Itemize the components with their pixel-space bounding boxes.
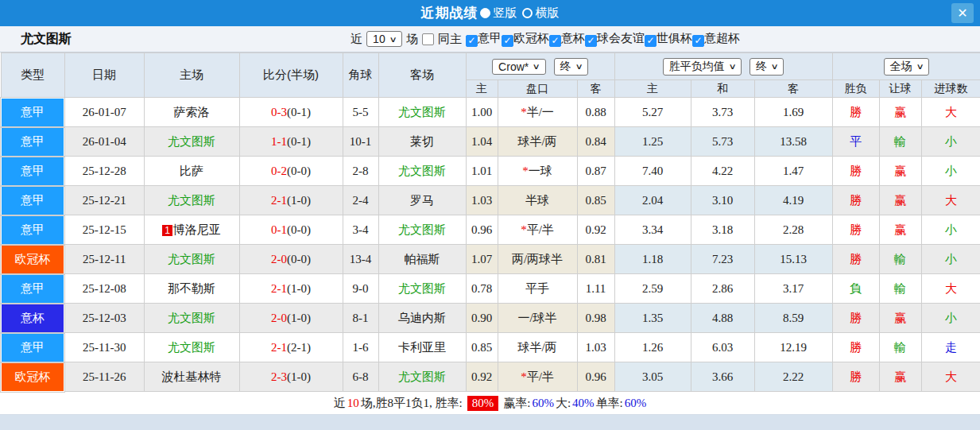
overunder-result: 小 (921, 157, 980, 186)
filter-bar: 尤文图斯 近 10 ∨ 场 同主 ✓意甲✓欧冠杯✓意杯✓球会友谊✓世俱杯✓意超杯 (0, 26, 980, 52)
league-checkbox-0[interactable]: ✓ (466, 35, 478, 47)
close-icon[interactable]: ✕ (951, 3, 974, 23)
away-odds: 0.96 (577, 362, 614, 392)
layout-radio-group: 竖版 横版 (480, 6, 560, 21)
corner-count: 3-4 (343, 215, 378, 245)
rank-badge: 1 (162, 225, 172, 236)
league-checkbox-5[interactable]: ✓ (692, 35, 704, 47)
avg-home-odds: 3.05 (614, 362, 691, 392)
summary-text-6: 大: (556, 396, 571, 411)
league-type-badge: 意甲 (1, 157, 64, 186)
home-team: 尤文图斯 (144, 186, 239, 215)
odds-company-select[interactable]: Crow* ∨ (492, 59, 545, 75)
summary-text-4: 赢率: (503, 396, 530, 411)
avg-odds-select[interactable]: 胜平负均值 ∨ (663, 58, 742, 76)
away-team: 帕福斯 (378, 245, 466, 274)
summary-text-9: 60% (625, 397, 647, 410)
handicap-result: 赢 (879, 362, 921, 392)
radio-horizontal-layout[interactable]: 横版 (522, 6, 560, 21)
home-team: 1博洛尼亚 (144, 215, 239, 245)
corner-count: 2-4 (343, 186, 378, 215)
subheader-1: 盘口 (498, 80, 577, 98)
handicap-line: 平手 (498, 274, 577, 304)
odds-company-value: Crow* (498, 60, 529, 73)
home-odds: 0.92 (466, 362, 498, 392)
match-count-value: 10 (373, 33, 385, 45)
home-team: 尤文图斯 (144, 245, 239, 274)
league-label-0: 意甲 (478, 31, 502, 45)
match-date: 25-12-08 (64, 274, 144, 304)
handicap-line: 两/两球半 (498, 245, 577, 274)
avg-draw-odds: 6.03 (691, 333, 754, 362)
league-filters: ✓意甲✓欧冠杯✓意杯✓球会友谊✓世俱杯✓意超杯 (466, 31, 740, 47)
avg-draw-odds: 4.88 (691, 304, 754, 333)
away-odds: 0.88 (577, 98, 614, 127)
handicap-line: *一球 (498, 157, 577, 186)
win-rate-badge: 80% (467, 396, 499, 411)
odds-time-value: 终 (560, 60, 571, 74)
games-label: 场 (406, 32, 418, 47)
avg-time-select[interactable]: 终 ∨ (750, 58, 784, 76)
handicap-result: 輸 (879, 274, 921, 304)
league-checkbox-2[interactable]: ✓ (549, 35, 561, 47)
table-row: 意甲25-12-151博洛尼亚0-1(0-0)3-4尤文图斯0.96*平/半0.… (1, 215, 980, 245)
winloss-result: 勝 (832, 98, 879, 127)
league-checkbox-1[interactable]: ✓ (502, 35, 513, 47)
chevron-down-icon: ∨ (575, 62, 583, 71)
league-label-4: 世俱杯 (657, 31, 692, 45)
col-header-corner: 角球 (343, 53, 378, 98)
league-type-badge: 意甲 (1, 215, 64, 245)
avg-home-odds: 7.40 (614, 157, 691, 186)
corner-count: 5-5 (343, 98, 378, 127)
avg-home-odds: 1.35 (614, 304, 691, 333)
league-checkbox-4[interactable]: ✓ (645, 35, 657, 47)
radio-vertical-layout[interactable]: 竖版 (480, 6, 517, 21)
col-header-away: 客场 (378, 53, 466, 98)
score-halftime: 2-3(1-0) (239, 362, 343, 392)
match-count-select[interactable]: 10 ∨ (366, 31, 402, 47)
avg-away-odds: 13.58 (754, 127, 832, 157)
handicap-result: 赢 (879, 186, 921, 215)
league-type-badge: 意杯 (1, 304, 64, 333)
score-halftime: 0-2(0-0) (239, 157, 343, 186)
avg-home-odds: 2.04 (614, 186, 691, 215)
table-row: 意甲26-01-04尤文图斯1-1(0-1)10-1莱切1.04球半/两0.84… (1, 127, 980, 157)
summary-text-5: 60% (532, 397, 554, 410)
home-team: 萨索洛 (144, 98, 239, 127)
subheader-7: 让球 (879, 80, 921, 98)
match-date: 25-12-03 (64, 304, 144, 333)
handicap-line: *半/一 (498, 98, 577, 127)
league-type-badge: 欧冠杯 (1, 245, 64, 274)
away-team: 莱切 (378, 127, 466, 157)
radio-unselected-icon[interactable] (522, 8, 533, 18)
away-odds: 0.84 (577, 127, 614, 157)
away-odds: 1.11 (577, 274, 614, 304)
avg-away-odds: 1.47 (754, 157, 832, 186)
league-label-3: 球会友谊 (597, 31, 645, 45)
subheader-0: 主 (466, 80, 498, 98)
score-halftime: 2-0(0-0) (239, 245, 343, 274)
chevron-down-icon: ∨ (728, 62, 736, 71)
overunder-result: 小 (921, 304, 980, 333)
handicap-line: 一/球半 (498, 304, 577, 333)
odds-time-select[interactable]: 终 ∨ (554, 58, 588, 76)
winloss-result: 勝 (832, 362, 879, 392)
scope-select[interactable]: 全场 ∨ (884, 58, 929, 76)
handicap-result: 赢 (879, 304, 921, 333)
same-home-checkbox[interactable] (422, 33, 434, 45)
match-date: 25-11-26 (64, 362, 144, 392)
avg-draw-odds: 5.73 (691, 127, 754, 157)
handicap-line: 球半/两 (498, 333, 577, 362)
chevron-down-icon: ∨ (389, 35, 397, 44)
avg-draw-odds: 7.23 (691, 245, 754, 274)
avg-away-odds: 4.19 (754, 186, 832, 215)
league-checkbox-3[interactable]: ✓ (585, 35, 597, 47)
radio-selected-icon[interactable] (480, 8, 490, 18)
subheader-8: 进球数 (921, 80, 980, 98)
home-team: 尤文图斯 (144, 127, 239, 157)
winloss-result: 平 (832, 127, 879, 157)
home-odds: 1.03 (466, 186, 498, 215)
summary-text-1: 10 (347, 397, 359, 410)
avg-draw-odds: 3.66 (691, 362, 754, 392)
league-type-badge: 意甲 (1, 333, 64, 362)
